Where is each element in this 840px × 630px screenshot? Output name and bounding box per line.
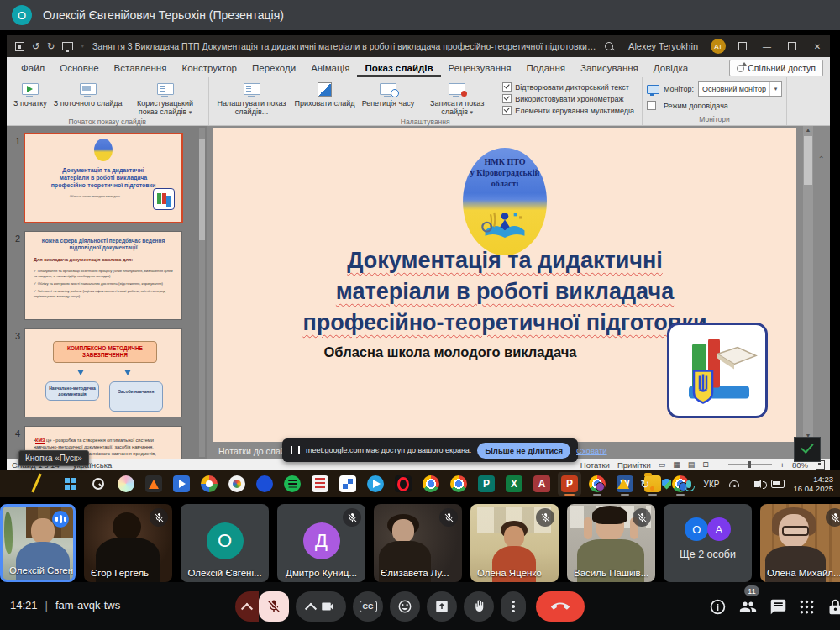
present-button[interactable]: [427, 591, 457, 622]
reading-view-icon[interactable]: ▤: [688, 460, 696, 469]
tab-view[interactable]: Подання: [519, 60, 573, 77]
participants-button[interactable]: [734, 593, 761, 620]
zoom-in-icon[interactable]: +: [780, 460, 785, 470]
tab-review[interactable]: Рецензування: [441, 60, 519, 77]
taskbar-clock[interactable]: 14:23 16.04.2025: [793, 475, 833, 493]
zoom-out-icon[interactable]: −: [717, 460, 722, 470]
more-options-button[interactable]: [501, 591, 526, 622]
host-controls-button[interactable]: [822, 593, 840, 620]
chrome-icon[interactable]: [419, 472, 443, 496]
slide-sorter-icon[interactable]: ▦: [673, 460, 680, 469]
scroll-up-icon[interactable]: ▲: [803, 126, 813, 134]
from-current-slide-button[interactable]: З поточного слайда: [51, 79, 125, 108]
volume-tray-icon[interactable]: [749, 477, 763, 491]
tab-insert[interactable]: Вставлення: [107, 60, 175, 77]
paint-icon[interactable]: [225, 472, 249, 496]
presenter-view-checkbox[interactable]: Режим доповідача: [647, 101, 728, 110]
search-icon[interactable]: [597, 35, 621, 57]
activities-button[interactable]: [793, 593, 820, 620]
opera-icon[interactable]: [391, 472, 415, 496]
camera-control[interactable]: [296, 591, 346, 622]
minimize-button[interactable]: —: [754, 35, 780, 57]
custom-slideshow-button[interactable]: Користувацький показ слайдів ▾: [127, 79, 204, 117]
slide-thumbnail-2[interactable]: Кожна сфера діяльності передбачає веденн…: [25, 232, 181, 319]
stop-sharing-button[interactable]: Більше не ділитися: [477, 443, 570, 459]
zoom-slider[interactable]: [728, 464, 772, 465]
record-slideshow-button[interactable]: Записати показ слайдів ▾: [418, 79, 496, 117]
tab-design[interactable]: Конструктор: [174, 60, 244, 77]
start-button[interactable]: [59, 472, 82, 496]
copilot-icon[interactable]: [114, 472, 138, 496]
participant-tile[interactable]: Олексій Євгені...: [0, 504, 76, 582]
chrome-icon-2[interactable]: [447, 472, 470, 496]
captions-button[interactable]: CC: [353, 591, 383, 622]
windows-security-tray-icon[interactable]: [660, 477, 674, 491]
save-icon[interactable]: [15, 42, 24, 51]
participant-tile[interactable]: Василь Пашків...: [567, 504, 655, 582]
use-timings-checkbox[interactable]: Використовувати хронометраж: [502, 94, 634, 103]
publisher-icon[interactable]: P: [475, 472, 498, 496]
language-switcher[interactable]: УКР: [704, 480, 720, 489]
slide-thumbnail-3[interactable]: КОМПЛЕКСНО-МЕТОДИЧНЕ ЗАБЕЗПЕЧЕННЯ Навчал…: [25, 329, 181, 417]
notes-button[interactable]: Нотатки: [580, 460, 610, 470]
camera-options-chevron-icon[interactable]: [305, 603, 317, 615]
raise-hand-button[interactable]: [464, 591, 494, 622]
google-drive-tray-icon[interactable]: [617, 477, 630, 491]
sync-tray-icon[interactable]: ↻: [638, 477, 652, 491]
overflow-participants-tile[interactable]: О А Ще 2 особи: [664, 504, 752, 582]
from-beginning-button[interactable]: З початку: [11, 79, 50, 108]
slideshow-icon[interactable]: [62, 42, 73, 50]
tab-help[interactable]: Довідка: [646, 60, 696, 77]
tab-transitions[interactable]: Переходи: [244, 60, 303, 77]
hide-notification-link[interactable]: Сховати: [576, 446, 606, 455]
spotify-icon[interactable]: [281, 472, 304, 496]
tab-file[interactable]: Файл: [13, 60, 52, 77]
participant-tile[interactable]: Олена Михайл...: [760, 504, 840, 582]
collapse-ribbon-icon[interactable]: ⌃: [818, 155, 825, 164]
account-name[interactable]: Alexey Teryokhin: [621, 35, 706, 57]
powerpoint-icon[interactable]: P: [558, 472, 581, 496]
play-narrations-checkbox[interactable]: Відтворювати дикторський текст: [502, 82, 634, 92]
tab-animations[interactable]: Анімація: [303, 60, 357, 77]
ribbon-display-options-button[interactable]: [731, 35, 754, 57]
tab-home[interactable]: Основне: [52, 60, 106, 77]
reactions-button[interactable]: [390, 591, 420, 622]
rehearse-timings-button[interactable]: Репетиція часу: [360, 79, 417, 108]
vertical-scrollbar[interactable]: ▲ ▼ ▲ ▼: [803, 126, 813, 459]
powerpoint-titlebar[interactable]: ↺ ↻ ▾ Заняття 3 Викладача ПТП Документац…: [7, 35, 830, 57]
notebook-app-icon[interactable]: [308, 472, 332, 496]
microphone-tray-icon[interactable]: [682, 477, 696, 491]
media-app-icon[interactable]: [142, 472, 165, 496]
customize-toolbar-icon[interactable]: ▾: [81, 43, 84, 50]
tab-recording[interactable]: Записування: [573, 60, 646, 77]
search-button[interactable]: [87, 472, 110, 496]
slide-thumbnail-1[interactable]: Документація та дидактичні матеріали в р…: [25, 134, 181, 222]
close-button[interactable]: ✕: [805, 35, 830, 57]
chat-button[interactable]: [764, 593, 791, 620]
participant-tile[interactable]: О Олексій Євгені...: [181, 504, 269, 582]
meeting-details-button[interactable]: [704, 593, 731, 620]
thumbnail-scrollbar[interactable]: [199, 128, 205, 457]
mic-options-chevron-icon[interactable]: [235, 591, 259, 622]
show-media-controls-checkbox[interactable]: Елементи керування мультимедіа: [502, 106, 634, 115]
participant-tile[interactable]: Єгор Гергель: [84, 504, 172, 582]
slideshow-view-icon[interactable]: ⊡: [702, 460, 709, 469]
telegram-icon[interactable]: [364, 472, 387, 496]
redo-icon[interactable]: ↻: [47, 41, 55, 52]
monitor-select[interactable]: Основний монітор ▾: [698, 81, 782, 97]
battery-tray-icon[interactable]: [771, 477, 785, 491]
fit-to-window-icon[interactable]: [816, 460, 825, 470]
share-access-button[interactable]: Спільний доступ: [729, 60, 823, 76]
microphone-control[interactable]: [235, 591, 289, 622]
participant-tile[interactable]: Єлизавета Лу...: [374, 504, 462, 582]
comments-button[interactable]: Примітки: [617, 460, 651, 470]
access-icon[interactable]: A: [530, 472, 554, 496]
chrome-profile-icon[interactable]: [585, 472, 609, 496]
end-call-button[interactable]: [536, 591, 585, 622]
scrollbar-thumb[interactable]: [804, 136, 812, 185]
wifi-tray-icon[interactable]: [727, 477, 741, 491]
normal-view-icon[interactable]: ▭: [659, 460, 666, 469]
participant-tile[interactable]: Д Дмитро Куниц...: [277, 504, 365, 582]
hide-slide-button[interactable]: Приховати слайд: [292, 79, 358, 108]
media-player-icon[interactable]: [170, 472, 193, 496]
